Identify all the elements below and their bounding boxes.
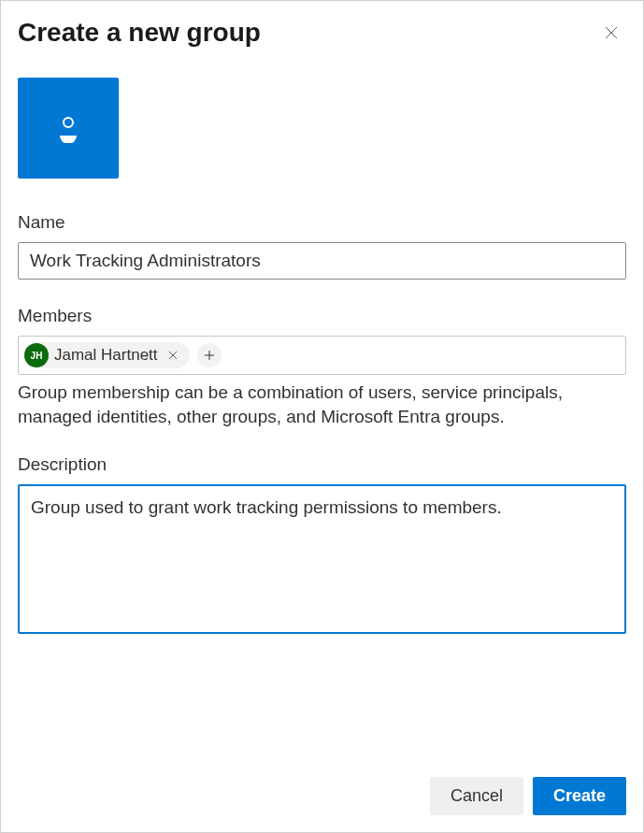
close-icon — [604, 25, 619, 40]
member-chip[interactable]: JH Jamal Hartnett — [24, 342, 190, 368]
description-field-group: Description — [18, 454, 626, 638]
create-button[interactable]: Create — [533, 777, 626, 815]
member-avatar: JH — [24, 343, 49, 367]
member-chip-name: Jamal Hartnett — [54, 346, 158, 365]
name-input[interactable] — [18, 242, 626, 280]
members-helper-text: Group membership can be a combination of… — [18, 381, 626, 428]
dialog-header: Create a new group — [18, 18, 626, 48]
svg-point-0 — [64, 118, 73, 127]
dialog-footer: Cancel Create — [18, 777, 626, 815]
name-field-group: Name — [18, 212, 626, 280]
close-icon — [168, 351, 178, 360]
description-label: Description — [18, 454, 626, 475]
group-avatar-tile[interactable] — [18, 78, 119, 179]
person-icon — [53, 113, 83, 143]
name-label: Name — [18, 212, 626, 233]
description-textarea[interactable] — [18, 484, 626, 634]
close-button[interactable] — [596, 18, 626, 48]
members-label: Members — [18, 306, 626, 326]
cancel-button[interactable]: Cancel — [430, 777, 523, 815]
members-input-box[interactable]: JH Jamal Hartnett — [18, 336, 626, 375]
add-member-button[interactable] — [197, 343, 222, 367]
dialog-title: Create a new group — [18, 18, 261, 48]
remove-member-button[interactable] — [164, 346, 182, 365]
plus-icon — [204, 350, 215, 361]
members-field-group: Members JH Jamal Hartnett Group membersh… — [18, 306, 626, 428]
